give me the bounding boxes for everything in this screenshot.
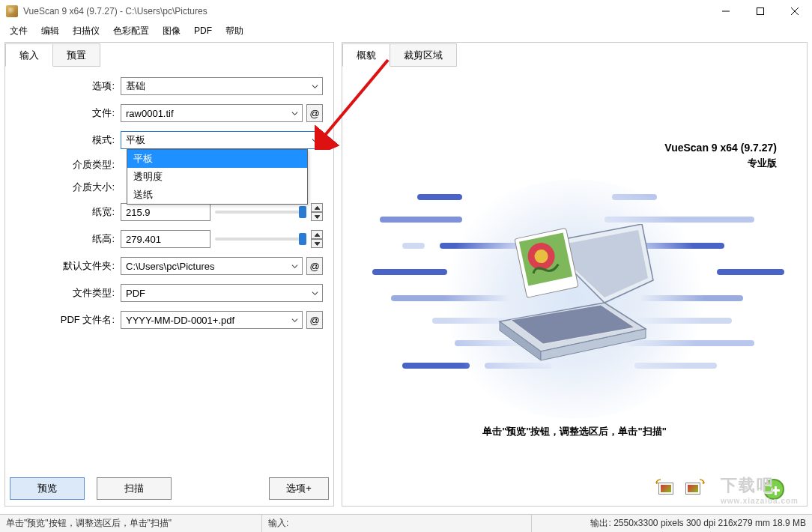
preview-button[interactable]: 预览 — [10, 477, 85, 500]
options-plus-button[interactable]: 选项+ — [269, 477, 329, 500]
folder-at-button[interactable]: @ — [306, 257, 323, 275]
combo-default-folder[interactable]: C:\Users\pc\Pictures — [121, 257, 303, 275]
combo-file-type-value: PDF — [126, 288, 145, 299]
combo-options-value: 基础 — [126, 79, 145, 93]
preview-area: VueScan 9 x64 (9.7.27) 专业版 — [342, 67, 807, 506]
rotate-left-icon — [655, 479, 666, 486]
combo-mode[interactable]: 平板 — [121, 131, 323, 149]
mode-option-transparency[interactable]: 透明度 — [127, 168, 307, 186]
mode-option-feeder[interactable]: 送纸 — [127, 186, 307, 204]
spin-up-icon[interactable] — [311, 230, 323, 239]
slider-paper-height[interactable] — [215, 238, 306, 241]
combo-default-folder-value: C:\Users\pc\Pictures — [126, 261, 214, 272]
slider-thumb[interactable] — [299, 233, 306, 245]
mode-dropdown: 平板 透明度 送纸 — [127, 149, 308, 205]
menu-pdf[interactable]: PDF — [187, 24, 219, 37]
menu-scanner[interactable]: 扫描仪 — [66, 23, 106, 39]
chevron-down-icon — [312, 290, 318, 297]
pdf-at-button[interactable]: @ — [306, 311, 323, 329]
slider-paper-width[interactable] — [215, 211, 306, 214]
mode-option-flatbed[interactable]: 平板 — [127, 150, 307, 168]
left-panel: 输入 预置 选项: 基础 文件: raw0001.tif @ — [4, 42, 334, 507]
menu-help[interactable]: 帮助 — [219, 23, 250, 39]
combo-file-type[interactable]: PDF — [121, 284, 323, 302]
label-file-type: 文件类型: — [16, 286, 121, 300]
right-panel: 概貌 裁剪区域 VueScan 9 x64 (9.7.27) 专业版 — [342, 42, 808, 507]
rotate-right-button[interactable] — [684, 480, 703, 498]
app-icon — [6, 5, 18, 17]
chevron-down-icon — [312, 137, 318, 144]
row-file: 文件: raw0001.tif @ — [16, 104, 323, 122]
row-paper-width: 纸宽: 215.9 — [16, 203, 323, 221]
slider-thumb[interactable] — [299, 206, 306, 218]
row-default-folder: 默认文件夹: C:\Users\pc\Pictures @ — [16, 257, 323, 275]
label-options: 选项: — [16, 79, 121, 93]
preview-subtitle: 专业版 — [342, 157, 777, 170]
label-file: 文件: — [16, 106, 121, 120]
file-at-button[interactable]: @ — [306, 104, 323, 122]
label-mode: 模式: — [16, 133, 121, 147]
row-options: 选项: 基础 — [16, 77, 323, 95]
input-paper-height[interactable]: 279.401 — [121, 230, 210, 248]
input-paper-width[interactable]: 215.9 — [121, 203, 210, 221]
chevron-down-icon — [312, 83, 318, 90]
tab-preset[interactable]: 预置 — [52, 43, 100, 67]
row-file-type: 文件类型: PDF — [16, 284, 323, 302]
left-tabs: 输入 预置 — [5, 42, 333, 66]
chevron-down-icon — [291, 110, 298, 117]
spinner-paper-width[interactable] — [311, 203, 323, 221]
combo-pdf-filename[interactable]: YYYY-MM-DD-0001+.pdf — [121, 311, 303, 329]
menubar: 文件 编辑 扫描仪 色彩配置 图像 PDF 帮助 — [0, 22, 812, 39]
spin-down-icon[interactable] — [311, 239, 323, 248]
maximize-button[interactable] — [743, 0, 778, 22]
spinner-paper-height[interactable] — [311, 230, 323, 248]
preview-title: VueScan 9 x64 (9.7.27) — [342, 142, 777, 154]
status-hint: 单击"预览"按钮，调整选区后，单击"扫描" — [0, 515, 262, 532]
spin-down-icon[interactable] — [311, 212, 323, 221]
menu-color[interactable]: 色彩配置 — [106, 23, 156, 39]
menu-file[interactable]: 文件 — [3, 23, 34, 39]
tab-preview[interactable]: 概貌 — [342, 43, 390, 67]
tab-input[interactable]: 输入 — [5, 43, 53, 67]
minimize-button[interactable] — [709, 0, 743, 22]
status-input: 输入: — [262, 515, 532, 532]
svg-rect-0 — [757, 8, 764, 15]
preview-instruction: 单击"预览"按钮，调整选区后，单击"扫描" — [342, 425, 807, 438]
window-controls — [709, 0, 812, 22]
rotate-left-button[interactable] — [657, 480, 676, 498]
label-media-type: 介质类型: — [16, 158, 121, 172]
titlebar: VueScan 9 x64 (9.7.27) - C:\Users\pc\Pic… — [0, 0, 812, 22]
right-tabs: 概貌 裁剪区域 — [342, 42, 807, 66]
chevron-down-icon — [291, 317, 298, 324]
label-paper-width: 纸宽: — [16, 205, 121, 219]
input-form: 选项: 基础 文件: raw0001.tif @ 模式: 平板 — [5, 67, 333, 345]
row-pdf-filename: PDF 文件名: YYYY-MM-DD-0001+.pdf @ — [16, 311, 323, 329]
label-pdf-filename: PDF 文件名: — [16, 313, 121, 327]
scan-button[interactable]: 扫描 — [97, 477, 172, 500]
label-default-folder: 默认文件夹: — [16, 259, 121, 273]
combo-file[interactable]: raw0001.tif — [121, 104, 303, 122]
status-output: 输出: 2550x3300 pixels 300 dpi 216x279 mm … — [584, 515, 812, 532]
scanner-illustration — [492, 224, 657, 374]
row-paper-height: 纸高: 279.401 — [16, 230, 323, 248]
row-mode: 模式: 平板 平板 透明度 送纸 — [16, 131, 323, 149]
menu-edit[interactable]: 编辑 — [34, 23, 66, 39]
combo-mode-value: 平板 — [126, 133, 145, 147]
spin-up-icon[interactable] — [311, 203, 323, 212]
workspace: 输入 预置 选项: 基础 文件: raw0001.tif @ — [0, 39, 812, 511]
status-bar: 单击"预览"按钮，调整选区后，单击"扫描" 输入: 输出: 2550x3300 … — [0, 514, 812, 532]
chevron-down-icon — [291, 263, 298, 270]
combo-file-value: raw0001.tif — [126, 108, 174, 119]
action-buttons: 预览 扫描 选项+ — [10, 477, 329, 500]
close-button[interactable] — [778, 0, 812, 22]
label-media-size: 介质大小: — [16, 181, 121, 194]
label-paper-height: 纸高: — [16, 232, 121, 246]
window-title: VueScan 9 x64 (9.7.27) - C:\Users\pc\Pic… — [23, 6, 207, 16]
rotate-right-icon — [694, 479, 705, 486]
watermark: 下载吧 www.xiazaiba.com — [721, 474, 799, 505]
combo-pdf-filename-value: YYYY-MM-DD-0001+.pdf — [126, 315, 234, 326]
combo-options[interactable]: 基础 — [121, 77, 323, 95]
tab-crop[interactable]: 裁剪区域 — [390, 43, 457, 67]
menu-image[interactable]: 图像 — [156, 23, 187, 39]
